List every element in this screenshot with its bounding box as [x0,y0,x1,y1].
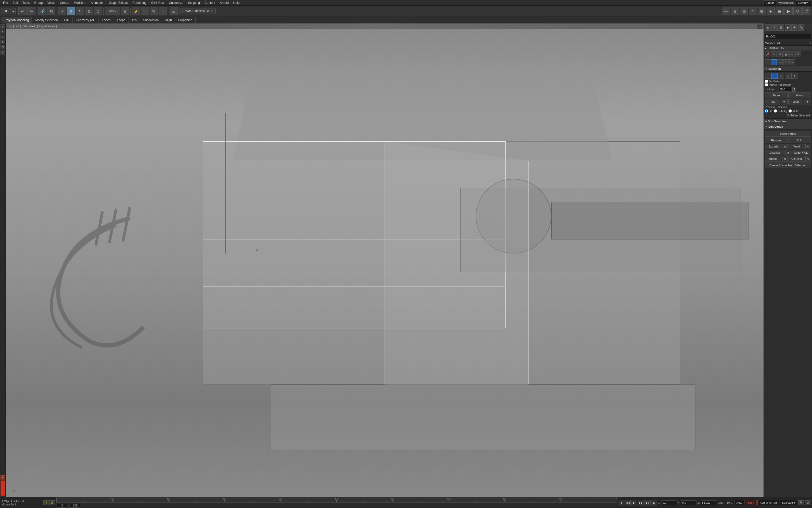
mod-icon-grid[interactable]: ▦ [783,51,789,57]
scale-vert-btn[interactable]: ⊡ [1,45,5,49]
select-btn[interactable]: ✛ [58,7,66,15]
preview-off-radio[interactable] [765,109,768,113]
pivot-btn[interactable]: ⊞ [121,7,129,15]
subobj-polygon-icon[interactable]: □ [783,59,789,65]
soft-selection-header[interactable]: ▶ Soft Selection [764,119,812,124]
reference-coord-btn[interactable]: View ▾ [105,7,120,15]
menu-rendering[interactable]: Rendering [130,1,148,5]
split-btn[interactable]: Split [788,137,811,143]
anim-key-btn[interactable]: ▶ [1,475,5,480]
sel-polygon-icon[interactable]: □ [785,73,791,79]
modifier-list-dropdown[interactable]: ▾ [809,42,811,45]
material-editor-btn[interactable]: ◈ [767,7,775,15]
select-move-btn[interactable]: ⊕ [67,7,75,15]
chamfer-btn[interactable]: Chamfer [765,150,785,156]
object-name-input[interactable] [765,34,811,39]
menu-content[interactable]: Content [202,1,217,5]
menu-modifiers[interactable]: Modifiers [72,1,88,5]
weld-btn[interactable]: Weld [788,144,805,149]
preview-multi-option[interactable]: Multi [788,109,798,113]
tab-polygon-modeling[interactable]: Polygon Modeling [2,17,32,24]
preview-subcobj-option[interactable]: SubObj [774,109,787,113]
loop-arrow-btn[interactable]: ▾ [804,99,811,104]
menu-tools[interactable]: Tools [21,1,32,5]
edit-edges-header[interactable]: ▼ Edit Edges [764,124,812,129]
menu-scripting[interactable]: Scripting [186,1,202,5]
angle-snap-btn[interactable]: ⦾ [141,7,149,15]
link-btn[interactable]: 🔗 [38,7,46,15]
layer-mgr-btn[interactable]: ▦ [740,7,748,15]
key-mode-btn[interactable]: K [651,500,657,505]
tab-align[interactable]: Align [162,17,175,24]
remove-btn[interactable]: Remove [765,137,788,143]
sel-vertex-icon[interactable]: · [765,73,771,79]
modifier-item-editable-poly[interactable]: ▸ Editable Poly ✓ [764,46,812,50]
selection-section-header[interactable]: ▼ Selection [764,66,812,72]
extrude-btn[interactable]: Extrude [765,144,782,149]
rp-icon-hierarchy[interactable]: ⊞ [778,25,784,31]
mode-dropdown[interactable]: Biped ▾ [764,1,777,5]
create-vert-btn[interactable]: ⊕ [1,25,5,29]
by-angle-up[interactable]: ▲ [792,87,796,89]
menu-create[interactable]: Create [58,1,71,5]
connect-btn[interactable]: Connect [788,156,805,162]
scale-btn[interactable]: ⊠ [85,7,93,15]
mod-icon-detail[interactable]: ≣ [796,51,801,57]
tab-modify-selection[interactable]: Modify Selection [32,17,61,24]
workspace-dropdown[interactable]: Default ▾ [796,1,811,5]
selection-filter-dropdown[interactable]: All [2,8,15,14]
insert-vertex-btn[interactable]: Insert Vertex [765,131,811,136]
percent-snap-btn[interactable]: % [150,7,158,15]
shrink-btn[interactable]: Shrink [765,92,788,98]
menu-views[interactable]: Views [45,1,57,5]
tab-properties[interactable]: Properties [175,17,196,24]
by-vertex-checkbox[interactable] [765,80,768,83]
connect-settings-btn[interactable]: ⚙ [805,156,811,162]
scale-type-btn[interactable]: ⊡ [94,7,102,15]
snap-btn[interactable]: ⚡ [132,7,140,15]
mod-icon-pin[interactable]: 📌 [765,51,770,57]
loop-btn[interactable]: Loop [788,99,804,104]
grow-btn[interactable]: Grow [788,92,811,98]
x-field[interactable] [661,500,677,505]
edit-named-sel-btn[interactable]: ☰ [169,7,178,15]
align-btn[interactable]: ⊟ [731,7,739,15]
extrude-settings-btn[interactable]: ⚙ [782,144,788,149]
anim-strip[interactable] [1,480,5,496]
render-btn[interactable]: ▶ [784,7,792,15]
rp-icon-motion[interactable]: ▶ [785,25,791,31]
chamfer-settings-btn[interactable]: ⚙ [785,150,791,156]
prev-frame-btn[interactable]: ◀◀ [625,500,631,505]
current-frame-field[interactable] [57,503,67,508]
rp-icon-create[interactable]: ⊕ [765,25,771,31]
go-start-btn[interactable]: |◀ [618,500,624,505]
maxscript-btn[interactable]: M [805,500,810,505]
rotate-vert-btn[interactable]: ↻ [1,40,5,44]
subobj-vertex-icon[interactable]: · [765,59,770,65]
menu-group[interactable]: Group [32,1,45,5]
mod-icon-settings[interactable]: ⚙ [777,51,783,57]
z-field[interactable] [701,500,716,505]
create-shape-btn[interactable]: Create Shape From Selection [765,163,811,168]
mirror-btn[interactable]: ⟺ [722,7,730,15]
tab-subdivision[interactable]: Subdivision [140,17,162,24]
rp-icon-display[interactable]: 👁 [791,25,798,31]
auto-key-btn[interactable]: Auto [734,500,745,505]
preview-subcobj-radio[interactable] [774,109,777,113]
ignore-backfacing-checkbox[interactable] [765,83,768,86]
rp-icon-utility[interactable]: 🔧 [798,25,804,31]
subobj-edge-icon[interactable]: — [771,59,777,65]
move-vert-btn[interactable]: ✛ [1,35,5,39]
render-frame-btn[interactable]: ⬡ [794,7,802,15]
total-frames-field[interactable] [70,503,80,508]
lock-btn[interactable]: 🔒 [49,500,55,505]
viewport[interactable]: [ + ] [ Left ] [ Standard ] [ Edged Face… [6,24,764,497]
tab-geometry-all[interactable]: Geometry (All) [73,17,99,24]
undo-btn[interactable]: ↩ [18,7,27,15]
rp-icon-modify[interactable]: ✎ [771,25,778,31]
by-angle-field[interactable] [779,87,791,92]
tab-edges[interactable]: Edges [99,17,114,24]
mod-icon-pencil[interactable]: ✎ [771,51,777,57]
tab-tris[interactable]: Tris [128,17,140,24]
menu-animation[interactable]: Animation [89,1,106,5]
